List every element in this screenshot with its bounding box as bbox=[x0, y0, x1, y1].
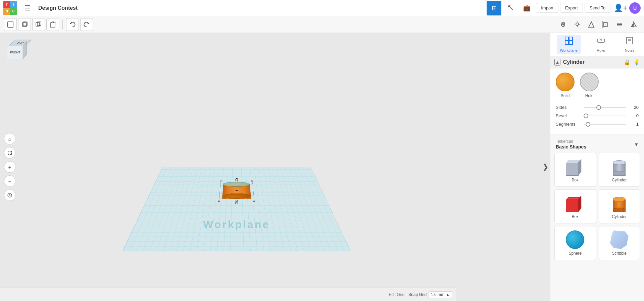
shape-properties-panel: ▲ Cylinder 🔒 💡 Solid Hole bbox=[550, 56, 644, 134]
tab-ruler[interactable]: Ruler bbox=[593, 35, 609, 54]
library-dropdown-button[interactable]: ▼ bbox=[634, 142, 639, 147]
copy-button[interactable] bbox=[18, 18, 31, 31]
handle-tl[interactable] bbox=[220, 180, 222, 181]
cyl-o-top bbox=[613, 197, 626, 202]
scribble-shape bbox=[610, 230, 629, 249]
delete-button[interactable] bbox=[46, 18, 59, 31]
redo-button[interactable] bbox=[80, 18, 93, 31]
collapse-panel-button[interactable]: ▲ bbox=[554, 59, 560, 66]
segments-slider-track[interactable] bbox=[584, 124, 626, 125]
bevel-slider-track[interactable] bbox=[584, 116, 626, 116]
tab-notes[interactable]: Notes bbox=[622, 35, 638, 54]
cube-top-face: TOP bbox=[9, 40, 32, 46]
ruler-tab-label: Ruler bbox=[597, 48, 605, 52]
app-logo: T I N C bbox=[3, 1, 17, 15]
bevel-label: Bevel bbox=[556, 113, 581, 118]
notes-tab-label: Notes bbox=[625, 48, 635, 52]
workplane-icon bbox=[564, 36, 573, 45]
cylinder-orange-icon bbox=[610, 194, 629, 212]
briefcase-button[interactable]: 💼 bbox=[519, 1, 534, 15]
fit-view-button[interactable] bbox=[4, 147, 15, 159]
box-grey-icon bbox=[566, 157, 584, 176]
handle-br[interactable] bbox=[253, 200, 255, 202]
svg-point-14 bbox=[576, 23, 579, 26]
rotate-bottom-handle[interactable]: ↻ bbox=[234, 201, 238, 205]
cylinder-3d-shape[interactable] bbox=[222, 182, 251, 200]
ruler-tab-icon bbox=[597, 36, 605, 47]
snap-grid-input[interactable]: 1.0 mm ▲ bbox=[429, 291, 452, 298]
export-button[interactable]: Export bbox=[560, 3, 583, 13]
shape-card-cylinder-grey[interactable]: Cylinder bbox=[599, 153, 640, 187]
box-red-front bbox=[566, 200, 579, 212]
svg-rect-40 bbox=[569, 37, 573, 40]
bevel-slider-thumb[interactable] bbox=[584, 114, 588, 118]
shape-icon bbox=[588, 21, 595, 28]
handle-ml[interactable] bbox=[219, 190, 221, 191]
workplane-container: ↻ ▲ bbox=[17, 33, 456, 288]
shape-card-box-red[interactable]: Box bbox=[554, 189, 596, 223]
duplicate-button[interactable] bbox=[32, 18, 45, 31]
handle-tr[interactable] bbox=[251, 180, 253, 181]
mirror-button[interactable] bbox=[627, 18, 640, 31]
segments-slider-thumb[interactable] bbox=[586, 122, 590, 127]
logo-c: C bbox=[10, 8, 17, 15]
perspective-button[interactable] bbox=[599, 18, 612, 31]
delete-icon bbox=[49, 21, 56, 28]
shape-card-scribble[interactable]: Scribble bbox=[599, 226, 640, 260]
user-area: 👤+ U bbox=[614, 2, 641, 14]
new-shape-icon bbox=[7, 21, 14, 28]
import-button[interactable]: Import bbox=[536, 3, 558, 13]
bottom-bar: Edit Grid Snap Grid 1.0 mm ▲ bbox=[0, 288, 456, 301]
shape-card-cylinder-orange[interactable]: Cylinder bbox=[599, 189, 640, 223]
shapes-grid: Box Cylinder bbox=[553, 152, 641, 261]
scribble-inner bbox=[610, 230, 629, 249]
shape-title: Cylinder bbox=[563, 59, 621, 65]
svg-marker-19 bbox=[589, 22, 594, 27]
grid-view-button[interactable]: ⊞ bbox=[487, 1, 501, 15]
cylinder-object-wrapper[interactable]: ↻ ▲ bbox=[222, 182, 251, 200]
home-nav-button[interactable]: ⌂ bbox=[4, 133, 15, 144]
workplane[interactable]: ↻ ▲ bbox=[122, 167, 351, 251]
tab-workplane[interactable]: Workplane bbox=[557, 35, 581, 54]
avatar[interactable]: U bbox=[629, 2, 641, 14]
selected-cylinder[interactable] bbox=[222, 182, 251, 200]
shape-card-sphere[interactable]: Sphere bbox=[554, 226, 596, 260]
zoom-out-button[interactable]: − bbox=[4, 175, 15, 187]
send-to-button[interactable]: Send To bbox=[585, 3, 610, 13]
lift-handle[interactable]: ▲ bbox=[235, 177, 238, 179]
handle-bl[interactable] bbox=[218, 200, 220, 202]
zoom-in-button[interactable]: + bbox=[4, 161, 15, 173]
sphere-label: Sphere bbox=[568, 251, 582, 256]
menu-icon-button[interactable]: ☰ bbox=[20, 1, 35, 15]
logo-t: T bbox=[3, 1, 10, 8]
cube-front-label: FRONT bbox=[10, 51, 20, 54]
handle-mr[interactable] bbox=[252, 190, 254, 191]
lock-icon[interactable]: 🔒 bbox=[624, 59, 631, 66]
solid-option[interactable]: Solid bbox=[556, 73, 575, 98]
perspective-cube[interactable]: TOP FRONT bbox=[7, 40, 34, 67]
library-title: Basic Shapes bbox=[556, 144, 631, 149]
viewport[interactable]: TOP FRONT ⌂ + − bbox=[0, 33, 550, 301]
cube-top-label: TOP bbox=[16, 41, 25, 45]
solid-label: Solid bbox=[561, 93, 570, 98]
undo-button[interactable] bbox=[66, 18, 79, 31]
shape-card-box-grey[interactable]: Box bbox=[554, 153, 596, 187]
pickaxe-button[interactable]: ⛏ bbox=[503, 1, 518, 15]
camera-view-button[interactable] bbox=[557, 18, 569, 31]
left-nav: ⌂ + − bbox=[4, 133, 15, 201]
redo-icon bbox=[83, 21, 90, 28]
ruler-icon bbox=[597, 36, 605, 45]
add-user-button[interactable]: 👤+ bbox=[614, 4, 627, 12]
layers-button[interactable] bbox=[613, 18, 626, 31]
hole-option[interactable]: Hole bbox=[580, 73, 599, 98]
notes-icon bbox=[625, 36, 634, 45]
new-shape-button[interactable] bbox=[4, 18, 17, 31]
duplicate-icon bbox=[35, 21, 42, 28]
visibility-icon[interactable]: 💡 bbox=[633, 59, 640, 66]
sides-slider-track[interactable] bbox=[584, 107, 626, 108]
top-bar: T I N C ☰ Design Contest ⊞ ⛏ 💼 Import Ex… bbox=[0, 0, 644, 16]
compass-button[interactable] bbox=[4, 189, 15, 201]
shape-view-button[interactable] bbox=[585, 18, 598, 31]
sides-slider-thumb[interactable] bbox=[596, 105, 601, 110]
light-view-button[interactable] bbox=[571, 18, 584, 31]
